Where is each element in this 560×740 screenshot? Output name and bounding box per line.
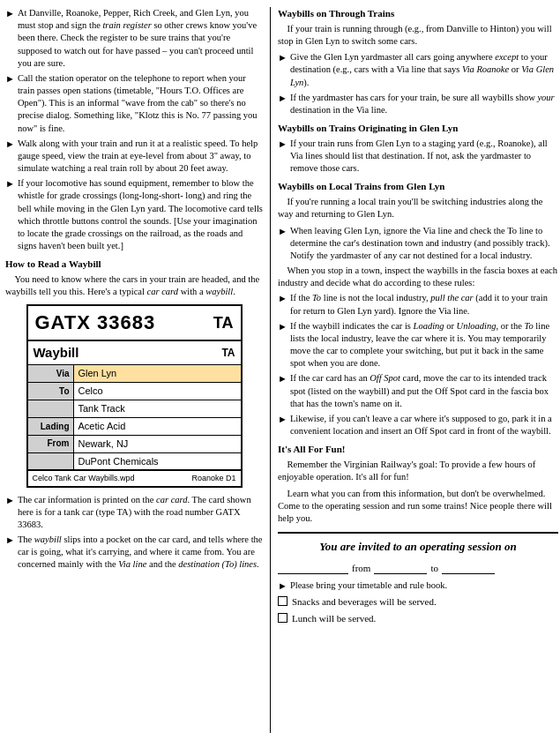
wc-from-row1: From Newark, NJ xyxy=(28,436,241,453)
arrow-icon-2: ► xyxy=(5,72,15,135)
wc-footer-left: Celco Tank Car Waybills.wpd xyxy=(33,473,135,483)
originating-item-1: ► If your train runs from Glen Lyn to a … xyxy=(278,138,558,176)
wc-gatx: GATX 33683 xyxy=(35,310,156,336)
wc-to-value1: Celco xyxy=(74,383,241,400)
wc-via-row: Via Glen Lyn xyxy=(28,365,241,383)
arrow-icon-4: ► xyxy=(5,177,15,252)
section-fun-heading: It's All For Fun! xyxy=(278,443,558,456)
invite-from-label: from xyxy=(352,562,370,575)
wc-from-value2: DuPont Chemicals xyxy=(74,453,241,470)
left-column: ► At Danville, Roanoke, Pepper, Rich Cre… xyxy=(5,7,270,733)
invite-to-label: to xyxy=(430,562,438,575)
right-column: Waybills on Through Trains If your train… xyxy=(270,7,558,733)
local-para-2: When you stop in a town, inspect the way… xyxy=(278,265,558,289)
intro-item-2: ► Call the station operator on the telep… xyxy=(5,72,263,135)
arrow-icon-r4: ► xyxy=(278,225,287,263)
invite-section: You are invited to an operating session … xyxy=(278,532,558,625)
how-heading: How to Read a Waybill xyxy=(5,258,263,271)
bottom-item-2: ► The waybill slips into a pocket on the… xyxy=(5,534,263,572)
arrow-icon-r8: ► xyxy=(278,413,287,437)
through-item-2: ► If the yardmaster has cars for your tr… xyxy=(278,92,558,116)
arrow-icon-3: ► xyxy=(5,138,15,176)
arrow-icon-r7: ► xyxy=(278,372,287,410)
local-text-3: If the waybill indicates the car is Load… xyxy=(290,320,558,370)
intro-text-3: Walk along with your train and run it at… xyxy=(18,138,263,176)
invite-to-blank xyxy=(442,562,495,574)
wc-to-row1: To Celco xyxy=(28,383,241,400)
local-text-2: If the To line is not the local industry… xyxy=(290,292,558,317)
arrow-icon-5: ► xyxy=(5,494,15,532)
wc-waybill-text: Waybill xyxy=(34,344,79,362)
local-para-1: If you're running a local train you'll b… xyxy=(278,196,558,221)
wc-via-label: Via xyxy=(28,365,74,382)
wc-ta-header: TA xyxy=(213,312,234,333)
wc-footer-right: Roanoke D1 xyxy=(191,473,235,483)
through-text-1: Give the Glen Lyn yardmaster all cars go… xyxy=(290,51,558,89)
wc-waybill-title: Waybill TA xyxy=(28,341,241,365)
wc-lading-value: Acetic Acid xyxy=(74,418,241,435)
intro-item-4: ► If your locomotive has sound equipment… xyxy=(5,177,263,252)
through-text-2: If the yardmaster has cars for your trai… xyxy=(290,92,558,116)
checkbox-item-1: Snacks and beverages will be served. xyxy=(278,595,558,609)
arrow-icon-r2: ► xyxy=(278,92,287,116)
through-para: If your train is running through (e.g., … xyxy=(278,23,558,48)
how-text-1: You need to know where the cars in your … xyxy=(5,273,263,298)
invite-heading: You are invited to an operating session … xyxy=(278,539,558,555)
checkbox-text-2: Lunch will be served. xyxy=(292,612,376,625)
arrow-icon-6: ► xyxy=(5,534,15,572)
wc-to-value2: Tank Track xyxy=(74,400,241,417)
wc-lading-row: Lading Acetic Acid xyxy=(28,418,241,436)
arrow-icon-1: ► xyxy=(5,7,15,70)
wc-from-label: From xyxy=(28,436,74,452)
invite-please-text: Please bring your timetable and rule boo… xyxy=(290,579,447,593)
checkbox-2 xyxy=(278,613,287,623)
wc-to-row2: Tank Track xyxy=(28,400,241,418)
bottom-item-1: ► The car information is printed on the … xyxy=(5,494,263,532)
intro-text-4: If your locomotive has sound equipment, … xyxy=(18,177,263,252)
invite-date-line: from to xyxy=(278,562,558,575)
section-originating-heading: Waybills on Trains Originating in Glen L… xyxy=(278,122,558,135)
invite-please-item: ► Please bring your timetable and rule b… xyxy=(278,579,558,593)
wc-via-value: Glen Lyn xyxy=(74,365,241,382)
checkbox-1 xyxy=(278,596,287,606)
wc-ta-small: TA xyxy=(221,346,235,360)
section-local-heading: Waybills on Local Trains from Glen Lyn xyxy=(278,180,558,193)
waybill-card: GATX 33683 TA Waybill TA Via Glen Lyn To… xyxy=(26,304,243,487)
local-item-5: ► Likewise, if you can't leave a car whe… xyxy=(278,413,558,437)
arrow-icon-r6: ► xyxy=(278,320,287,370)
arrow-icon-r1: ► xyxy=(278,51,287,89)
bottom-text-2: The waybill slips into a pocket on the c… xyxy=(18,534,263,572)
page: ► At Danville, Roanoke, Pepper, Rich Cre… xyxy=(0,0,560,740)
section-through-heading: Waybills on Through Trains xyxy=(278,7,558,20)
local-item-3: ► If the waybill indicates the car is Lo… xyxy=(278,320,558,370)
intro-text-1: At Danville, Roanoke, Pepper, Rich Creek… xyxy=(18,7,263,70)
arrow-icon-r3: ► xyxy=(278,138,287,176)
bottom-text-1: The car information is printed on the ca… xyxy=(18,494,263,532)
local-text-1: When leaving Glen Lyn, ignore the Via li… xyxy=(290,225,558,263)
wc-header: GATX 33683 TA xyxy=(28,306,241,341)
local-text-5: Likewise, if you can't leave a car where… xyxy=(290,413,558,437)
wc-footer: Celco Tank Car Waybills.wpd Roanoke D1 xyxy=(28,470,241,485)
intro-item-3: ► Walk along with your train and run it … xyxy=(5,138,263,176)
local-text-4: If the car card has an Off Spot card, mo… xyxy=(290,372,558,410)
intro-text-2: Call the station operator on the telepho… xyxy=(18,72,263,135)
wc-from-label2 xyxy=(28,453,74,470)
arrow-icon-r5: ► xyxy=(278,292,287,317)
checkbox-item-2: Lunch will be served. xyxy=(278,612,558,625)
wc-from-value1: Newark, NJ xyxy=(74,436,241,452)
wc-to-label2 xyxy=(28,400,74,417)
local-item-4: ► If the car card has an Off Spot card, … xyxy=(278,372,558,410)
checkbox-text-1: Snacks and beverages will be served. xyxy=(292,595,437,609)
fun-para-2: Learn what you can from this information… xyxy=(278,488,558,526)
arrow-icon-invite: ► xyxy=(278,579,287,593)
invite-from-blank xyxy=(374,562,427,574)
invite-date-blank xyxy=(278,562,348,574)
local-item-1: ► When leaving Glen Lyn, ignore the Via … xyxy=(278,225,558,263)
wc-to-label: To xyxy=(28,383,74,400)
local-item-2: ► If the To line is not the local indust… xyxy=(278,292,558,317)
fun-para-1: Remember the Virginian Railway's goal: T… xyxy=(278,459,558,483)
intro-item-1: ► At Danville, Roanoke, Pepper, Rich Cre… xyxy=(5,7,263,70)
wc-lading-label: Lading xyxy=(28,418,74,435)
originating-text-1: If your train runs from Glen Lyn to a st… xyxy=(290,138,558,176)
through-item-1: ► Give the Glen Lyn yardmaster all cars … xyxy=(278,51,558,89)
